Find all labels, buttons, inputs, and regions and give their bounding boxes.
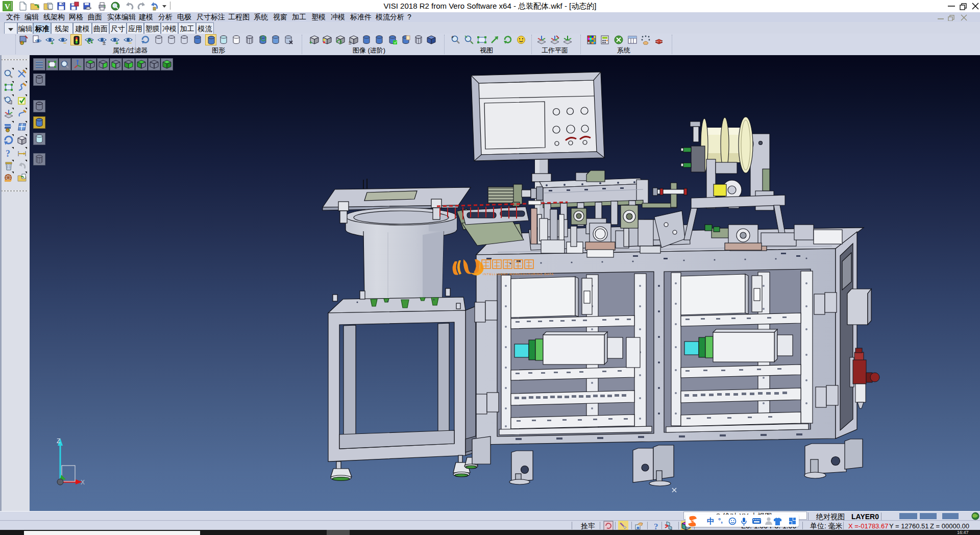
svg-text:±: ± [349,40,352,45]
svg-text:±: ± [4,95,6,100]
svg-text:−: − [129,40,132,45]
svg-text:+: + [51,40,54,45]
svg-text:+: + [309,40,312,45]
svg-text:中: 中 [707,517,715,525]
svg-text:+: + [451,35,454,40]
svg-text:±: ± [103,40,106,45]
svg-text:?: ? [6,149,10,158]
svg-text:+: + [115,40,118,45]
svg-text:°,: °, [718,517,723,524]
svg-text:Z: Z [57,437,60,445]
svg-text:X: X [81,479,85,486]
svg-text:−: − [63,40,66,45]
svg-text:INTELLIGENT MANUFACTURING DATA: INTELLIGENT MANUFACTURING DATA [483,273,554,276]
